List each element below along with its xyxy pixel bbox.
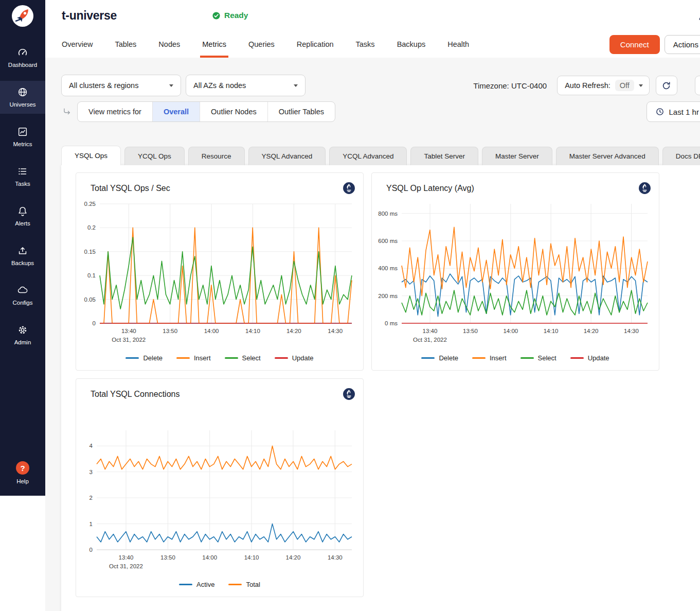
legend-item-delete[interactable]: Delete xyxy=(125,354,163,362)
legend-label: Insert xyxy=(194,354,211,362)
chart-plot-total-ysql-connections: 0123413:40Oct 31, 202213:5014:0014:1014:… xyxy=(76,423,363,579)
svg-text:13:40: 13:40 xyxy=(121,328,136,334)
legend-item-total[interactable]: Total xyxy=(228,581,260,588)
svg-text:14:30: 14:30 xyxy=(328,554,343,561)
status-check-icon xyxy=(212,11,221,20)
legend-swatch xyxy=(125,357,139,359)
tab-tables[interactable]: Tables xyxy=(115,31,136,58)
svg-text:14:30: 14:30 xyxy=(624,328,639,334)
user-menu[interactable] xyxy=(697,9,700,22)
refresh-icon xyxy=(661,81,671,91)
metric-tab-label: YSQL Ops xyxy=(75,152,107,160)
topbar: t-universe Ready xyxy=(45,0,700,31)
chart-card-total-ysql-connections: Total YSQL Connections 0123413:40Oct 31,… xyxy=(76,378,364,597)
chart-card-total-ysql-ops: Total YSQL Ops / Sec 00.050.10.150.20.25… xyxy=(76,172,364,371)
svg-text:Oct 31, 2022: Oct 31, 2022 xyxy=(112,337,146,343)
scope-option-outlier-tables[interactable]: Outlier Tables xyxy=(267,102,335,121)
prometheus-icon[interactable] xyxy=(638,182,651,195)
scope-option-overall[interactable]: Overall xyxy=(152,102,200,121)
refresh-button[interactable] xyxy=(656,76,677,95)
sidebar-item-admin[interactable]: Admin xyxy=(0,319,45,352)
yugabyte-logo-icon[interactable] xyxy=(11,4,34,30)
metric-tab-master-server[interactable]: Master Server xyxy=(482,147,552,165)
legend-item-update[interactable]: Update xyxy=(275,354,314,362)
sidebar-item-help[interactable]: ? Help xyxy=(0,456,45,491)
auto-refresh-dropdown[interactable]: Auto Refresh: Off xyxy=(557,76,650,95)
sidebar-item-label: Configs xyxy=(13,300,33,306)
tab-queries[interactable]: Queries xyxy=(248,31,275,58)
sidebar-item-dashboard[interactable]: Dashboard xyxy=(0,41,45,74)
metric-tab-resource[interactable]: Resource xyxy=(188,147,245,165)
actions-label: Actions xyxy=(673,40,698,49)
tab-health[interactable]: Health xyxy=(447,31,469,58)
admin-gear-icon xyxy=(17,324,28,336)
tab-metrics[interactable]: Metrics xyxy=(202,31,226,58)
sidebar-item-label: Universes xyxy=(9,101,35,108)
metric-tab-master-server-advanced[interactable]: Master Server Advanced xyxy=(556,147,659,165)
azs-nodes-select[interactable]: All AZs & nodes xyxy=(186,75,306,96)
metrics-settings-button[interactable] xyxy=(695,76,700,95)
time-range-value: Last 1 hr xyxy=(669,108,699,116)
svg-text:14:10: 14:10 xyxy=(544,328,559,334)
tab-nodes[interactable]: Nodes xyxy=(158,31,180,58)
prometheus-icon[interactable] xyxy=(343,182,355,195)
metric-tab-docs-db[interactable]: Docs DB xyxy=(662,147,700,165)
chart-card-ysql-op-latency: YSQL Op Latency (Avg) 0 ms200 ms400 ms60… xyxy=(371,172,659,371)
clusters-regions-value: All clusters & regions xyxy=(69,81,138,90)
sidebar-item-tasks[interactable]: Tasks xyxy=(0,160,45,193)
tab-replication[interactable]: Replication xyxy=(297,31,334,58)
sidebar-item-universes[interactable]: Universes xyxy=(0,81,45,114)
tab-tasks[interactable]: Tasks xyxy=(356,31,375,58)
svg-text:0.1: 0.1 xyxy=(87,272,96,278)
help-icon: ? xyxy=(16,461,29,475)
metric-tab-ycql-ops[interactable]: YCQL Ops xyxy=(124,147,185,165)
tab-label: Nodes xyxy=(158,40,180,48)
metric-tab-ysql-ops[interactable]: YSQL Ops xyxy=(61,146,121,165)
svg-text:4: 4 xyxy=(89,443,93,449)
scope-option-outlier-nodes[interactable]: Outlier Nodes xyxy=(200,102,267,121)
clusters-regions-select[interactable]: All clusters & regions xyxy=(61,75,181,96)
svg-text:14:00: 14:00 xyxy=(202,554,217,561)
actions-button[interactable]: Actions xyxy=(665,35,700,54)
view-metrics-toggle: View metrics for Overall Outlier Nodes O… xyxy=(77,101,335,122)
scope-row: View metrics for Overall Outlier Nodes O… xyxy=(61,101,700,122)
metric-tab-ycql-advanced[interactable]: YCQL Advanced xyxy=(329,147,407,165)
sidebar-item-backups[interactable]: Backups xyxy=(0,239,45,272)
svg-text:600 ms: 600 ms xyxy=(378,238,398,244)
legend-item-delete[interactable]: Delete xyxy=(421,354,458,362)
tab-overview[interactable]: Overview xyxy=(62,31,93,58)
tab-label: Health xyxy=(447,40,469,48)
prometheus-icon[interactable] xyxy=(343,388,355,400)
metric-tab-label: Resource xyxy=(202,152,231,160)
time-range-dropdown[interactable]: Last 1 hr xyxy=(647,101,700,122)
legend-item-select[interactable]: Select xyxy=(225,354,261,362)
sidebar-item-label: Metrics xyxy=(13,141,32,147)
connect-button[interactable]: Connect xyxy=(609,35,660,54)
metric-tab-label: Master Server xyxy=(495,152,539,160)
tab-backups[interactable]: Backups xyxy=(397,31,426,58)
tab-label: Replication xyxy=(297,40,334,48)
legend-swatch xyxy=(275,357,288,359)
sidebar-item-configs[interactable]: Configs xyxy=(0,279,45,312)
legend-swatch xyxy=(472,357,486,359)
legend-item-select[interactable]: Select xyxy=(520,354,557,362)
svg-text:800 ms: 800 ms xyxy=(378,211,398,217)
legend-item-update[interactable]: Update xyxy=(570,354,609,362)
svg-text:14:20: 14:20 xyxy=(286,328,301,334)
auto-refresh-label: Auto Refresh: xyxy=(565,81,611,90)
metric-tab-tablet-server[interactable]: Tablet Server xyxy=(410,147,478,165)
metric-tab-label: YCQL Ops xyxy=(138,152,171,160)
legend-swatch xyxy=(225,357,238,359)
legend-item-active[interactable]: Active xyxy=(179,581,214,588)
sidebar-item-alerts[interactable]: Alerts xyxy=(0,200,45,233)
metrics-content: All clusters & regions All AZs & nodes T… xyxy=(45,58,700,611)
metric-tab-ysql-advanced[interactable]: YSQL Advanced xyxy=(248,147,326,165)
sidebar-item-label: Backups xyxy=(11,260,34,266)
chart-title: YSQL Op Latency (Avg) xyxy=(386,184,474,193)
legend-item-insert[interactable]: Insert xyxy=(176,354,211,362)
legend-item-insert[interactable]: Insert xyxy=(472,354,507,362)
auto-refresh-value: Off xyxy=(615,80,634,91)
legend-swatch xyxy=(176,357,190,359)
sidebar-item-metrics[interactable]: Metrics xyxy=(0,120,45,153)
status-text: Ready xyxy=(224,11,248,20)
